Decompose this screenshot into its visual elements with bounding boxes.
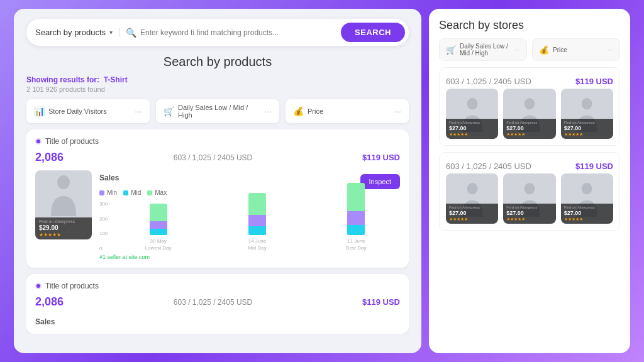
card-2-chart-label: Sales [35, 315, 400, 326]
filter-price-dots: ··· [394, 106, 401, 116]
filter-sales-label: Daily Sales Low / Mid / High [178, 104, 260, 119]
stat-price-1: $119 USD [362, 153, 400, 162]
search-button[interactable]: SEARCH [341, 23, 405, 42]
results-label: Showing results for: T-Shirt [26, 75, 409, 84]
thumb-price-2: $27.00 [506, 125, 552, 131]
store-card-2: 603 / 1,025 / 2405 USD $119 USD Find on … [439, 152, 620, 231]
bar-mid-3 [347, 225, 365, 235]
legend-dot-min [99, 190, 104, 195]
thumb-footer-1-1: Find on Aliexpress $27.00 ★★★★★ [446, 119, 498, 139]
store-stat-price-1: $119 USD [575, 77, 613, 86]
page-title: Search by products [26, 55, 409, 69]
right-filter-price[interactable]: 💰 Price ··· [532, 38, 620, 61]
search-input-wrapper: 🔍 [119, 28, 341, 38]
store-icon: 📊 [34, 106, 45, 116]
svg-point-6 [582, 183, 592, 194]
card-header-1: Title of products [35, 137, 400, 146]
chevron-down-icon: ▾ [109, 29, 113, 36]
main-container: Search by products ▾ 🔍 SEARCH Search by … [14, 9, 630, 353]
legend-dot-max [147, 190, 152, 195]
thumb-find-2: Find on Aliexpress [506, 121, 552, 124]
legend-mid: Mid [123, 189, 141, 196]
stat-range-1: 603 / 1,025 / 2405 USD [174, 153, 252, 162]
filter-tags: 📊 Store Daily Visitors ··· 🛒 Daily Sales… [26, 99, 409, 123]
thumb-price-6: $27.00 [564, 210, 610, 216]
thumb-price-5: $27.00 [506, 210, 552, 216]
legend-label-min: Min [107, 189, 117, 196]
card-content-1: Find on Aliexpress $29.00 ★★★★★ Sales In… [35, 170, 400, 260]
right-price-dots: ··· [608, 46, 613, 53]
product-price: $29.00 [39, 224, 88, 231]
card-stats-2: 2,086 603 / 1,025 / 2405 USD $119 USD [35, 295, 400, 309]
thumb-stars-3: ★★★★★ [564, 132, 610, 137]
thumb-price-3: $27.00 [564, 125, 610, 131]
store-stat-row-1: 603 / 1,025 / 2405 USD $119 USD [446, 74, 613, 89]
thumb-find-6: Find on Aliexpress [564, 206, 610, 209]
svg-point-4 [467, 183, 477, 194]
product-thumb-1-1[interactable]: Find on Aliexpress $27.00 ★★★★★ [446, 89, 498, 139]
card-dot-1 [35, 138, 42, 145]
thumb-stars-2: ★★★★★ [506, 132, 552, 137]
svg-point-3 [582, 98, 592, 109]
store-stat-range-2: 603 / 1,025 / 2405 USD [446, 162, 531, 171]
search-dropdown[interactable]: Search by products ▾ [35, 28, 119, 37]
thumb-stars-4: ★★★★★ [449, 217, 495, 222]
card-title-1: Title of products [45, 137, 99, 146]
results-keyword: T-Shirt [104, 75, 128, 84]
thumb-footer-1-3: Find on Aliexpress $27.00 ★★★★★ [561, 119, 613, 139]
filter-daily-sales[interactable]: 🛒 Daily Sales Low / Mid / High ··· [156, 99, 279, 123]
bar-min-2 [248, 215, 266, 226]
product-thumb-2-3[interactable]: Find on Aliexpress $27.00 ★★★★★ [561, 173, 613, 224]
thumb-find-5: Find on Aliexpress [506, 206, 552, 209]
bar-stack-3 [347, 183, 365, 235]
sales-icon: 🛒 [164, 106, 174, 116]
card-stats-1: 2,086 603 / 1,025 / 2405 USD $119 USD [35, 151, 400, 164]
product-thumb-2-2[interactable]: Find on Aliexpress $27.00 ★★★★★ [503, 173, 555, 224]
right-sales-icon: 🛒 [446, 45, 456, 55]
stat-count-1: 2,086 [35, 151, 64, 164]
legend-label-max: Max [155, 189, 167, 196]
stars: ★★★★★ [39, 232, 88, 238]
product-image-footer: Find on Aliexpress $29.00 ★★★★★ [35, 217, 92, 239]
seller-link[interactable]: #1 seller at site.com [99, 254, 400, 260]
svg-point-1 [467, 98, 477, 109]
right-sales-dots: ··· [514, 46, 520, 53]
bar-group-1: 30 MayLowest Day [114, 204, 202, 251]
right-panel: Search by stores 🛒 Daily Sales Low / Mid… [429, 9, 630, 353]
filter-store-visitors[interactable]: 📊 Store Daily Visitors ··· [26, 99, 150, 123]
bar-group-2: 14 JuneMid Day [213, 193, 301, 251]
right-price-label: Price [553, 47, 604, 53]
stat-count-2: 2,086 [35, 295, 64, 309]
search-input[interactable] [140, 28, 335, 37]
legend-dot-mid [123, 190, 128, 195]
results-info: Showing results for: T-Shirt 2 101 926 p… [26, 75, 409, 93]
right-panel-title: Search by stores [439, 19, 620, 32]
thumb-stars-6: ★★★★★ [564, 217, 610, 222]
card-title-2: Title of products [45, 282, 99, 290]
left-panel: Search by products ▾ 🔍 SEARCH Search by … [14, 9, 421, 353]
legend-label-mid: Mid [131, 189, 141, 196]
bar-min-3 [347, 211, 365, 225]
chart-container: 300 200 100 0 [99, 201, 400, 251]
stat-price-2: $119 USD [362, 297, 400, 307]
bar-stack-2 [248, 193, 266, 235]
find-label: Find on Aliexpress [39, 219, 88, 224]
filter-store-dots: ··· [135, 106, 142, 116]
dropdown-label: Search by products [35, 28, 106, 37]
stat-range-2: 603 / 1,025 / 2405 USD [174, 298, 252, 307]
filter-price[interactable]: 💰 Price ··· [286, 99, 409, 123]
legend-max: Max [147, 189, 167, 196]
results-count: 2 101 926 products found [26, 85, 409, 93]
right-filter-sales[interactable]: 🛒 Daily Sales Low / Mid / High ··· [439, 38, 527, 61]
product-thumb-2-1[interactable]: Find on Aliexpress $27.00 ★★★★★ [446, 173, 498, 224]
chart-title-1: Sales [99, 173, 119, 182]
product-thumb-1-2[interactable]: Find on Aliexpress $27.00 ★★★★★ [503, 89, 555, 139]
product-grid-2: Find on Aliexpress $27.00 ★★★★★ Find on … [446, 173, 613, 224]
thumb-price-4: $27.00 [449, 210, 495, 216]
product-cards: Title of products 2,086 603 / 1,025 / 24… [26, 129, 409, 334]
search-icon: 🔍 [126, 28, 136, 38]
svg-point-5 [525, 183, 535, 194]
product-thumb-1-3[interactable]: Find on Aliexpress $27.00 ★★★★★ [561, 89, 613, 139]
filter-price-label: Price [308, 107, 390, 115]
product-card-2: Title of products 2,086 603 / 1,025 / 24… [26, 274, 409, 334]
